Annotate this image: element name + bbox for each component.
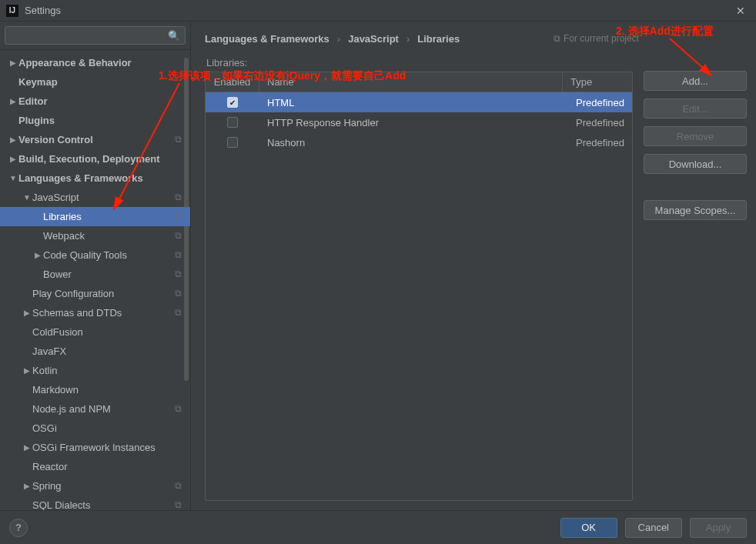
project-scope-icon: ⧉ bbox=[175, 249, 186, 260]
button-column: Add... Edit... Remove Download... Manage… bbox=[644, 54, 747, 501]
sidebar-item-label: Schemas and DTDs bbox=[32, 307, 176, 319]
table-body: HTMLPredefinedHTTP Response HandlerPrede… bbox=[206, 92, 632, 152]
sidebar-item-label: JavaFX bbox=[32, 345, 176, 357]
enabled-checkbox[interactable] bbox=[227, 117, 238, 128]
sidebar-item-label: Version Control bbox=[18, 134, 176, 145]
sidebar-item-kotlin[interactable]: ▶Kotlin⧉ bbox=[0, 361, 190, 380]
sidebar-item-label: SQL Dialects bbox=[32, 499, 176, 510]
sidebar-item-osgi[interactable]: OSGi⧉ bbox=[0, 419, 190, 438]
apply-button[interactable]: Apply bbox=[690, 518, 747, 538]
settings-tree[interactable]: ▶Appearance & Behavior⧉Keymap⧉▶Editor⧉Pl… bbox=[0, 50, 190, 510]
sidebar-item-label: ColdFusion bbox=[32, 326, 176, 338]
chevron-right-icon: ▶ bbox=[8, 135, 18, 144]
table-row[interactable]: NashornPredefined bbox=[206, 132, 632, 152]
manage-scopes-button[interactable]: Manage Scopes... bbox=[644, 200, 747, 220]
sidebar-item-label: Webpack bbox=[43, 230, 176, 242]
sidebar-item-label: Languages & Frameworks bbox=[18, 172, 176, 184]
search-input[interactable] bbox=[10, 30, 165, 42]
sidebar-item-label: Code Quality Tools bbox=[43, 249, 176, 261]
cell-name: Nashorn bbox=[259, 137, 563, 149]
sidebar-item-languages-frameworks[interactable]: ▼Languages & Frameworks⧉ bbox=[0, 169, 190, 188]
sidebar-item-label: Markdown bbox=[32, 384, 176, 395]
sidebar-item-label: Build, Execution, Deployment bbox=[18, 153, 176, 165]
sidebar-item-plugins[interactable]: Plugins⧉ bbox=[0, 111, 190, 130]
sidebar-item-libraries[interactable]: Libraries⧉ bbox=[0, 207, 190, 226]
cell-type: Predefined bbox=[563, 117, 632, 128]
sidebar-item-label: Spring bbox=[32, 480, 176, 492]
chevron-right-icon: › bbox=[337, 33, 340, 45]
breadcrumb-item[interactable]: Libraries bbox=[417, 33, 460, 45]
col-name[interactable]: Name bbox=[259, 72, 563, 92]
sidebar-item-spring[interactable]: ▶Spring⧉ bbox=[0, 476, 190, 496]
remove-button[interactable]: Remove bbox=[644, 126, 747, 146]
chevron-right-icon: ▶ bbox=[8, 97, 18, 105]
chevron-right-icon: ▶ bbox=[32, 251, 43, 259]
add-button[interactable]: Add... bbox=[644, 71, 747, 91]
sidebar-item-label: Bower bbox=[43, 269, 176, 280]
breadcrumb-item[interactable]: Languages & Frameworks bbox=[205, 33, 329, 45]
col-type[interactable]: Type bbox=[563, 72, 632, 92]
project-scope-icon: ⧉ bbox=[175, 307, 186, 318]
sidebar-item-javascript[interactable]: ▼JavaScript⧉ bbox=[0, 188, 190, 207]
search-wrap: 🔍 bbox=[0, 22, 190, 50]
content: 🔍 ▶Appearance & Behavior⧉Keymap⧉▶Editor⧉… bbox=[0, 22, 756, 510]
window-title: Settings bbox=[25, 5, 731, 16]
cell-enabled bbox=[206, 97, 259, 108]
sidebar-item-build-execution-deployment[interactable]: ▶Build, Execution, Deployment⧉ bbox=[0, 149, 190, 169]
body-row: Libraries: Enabled Name Type HTMLPredefi… bbox=[205, 54, 747, 501]
sidebar-item-version-control[interactable]: ▶Version Control⧉ bbox=[0, 130, 190, 149]
project-scope-icon: ⧉ bbox=[175, 403, 186, 414]
cell-enabled bbox=[206, 117, 259, 128]
sidebar-item-appearance-behavior[interactable]: ▶Appearance & Behavior⧉ bbox=[0, 53, 190, 72]
chevron-down-icon: ▼ bbox=[22, 193, 32, 202]
col-enabled[interactable]: Enabled bbox=[206, 72, 259, 92]
footer: ? OK Cancel Apply bbox=[0, 510, 756, 544]
sidebar-item-coldfusion[interactable]: ColdFusion⧉ bbox=[0, 322, 190, 342]
edit-button[interactable]: Edit... bbox=[644, 98, 747, 118]
sidebar-item-label: OSGi Framework Instances bbox=[32, 442, 176, 453]
sidebar-item-play-configuration[interactable]: Play Configuration⧉ bbox=[0, 284, 190, 303]
table-row[interactable]: HTMLPredefined bbox=[206, 92, 632, 112]
sidebar-item-label: Appearance & Behavior bbox=[18, 57, 176, 68]
project-scope-icon: ⧉ bbox=[175, 134, 186, 145]
sidebar-item-webpack[interactable]: Webpack⧉ bbox=[0, 226, 190, 245]
titlebar: IJ Settings ✕ bbox=[0, 0, 756, 22]
breadcrumb: Languages & Frameworks › JavaScript › Li… bbox=[205, 28, 747, 49]
sidebar-item-code-quality-tools[interactable]: ▶Code Quality Tools⧉ bbox=[0, 245, 190, 265]
sidebar-item-label: Libraries bbox=[43, 211, 176, 222]
sidebar-item-reactor[interactable]: Reactor⧉ bbox=[0, 457, 190, 476]
chevron-right-icon: ▶ bbox=[8, 58, 18, 67]
search-box[interactable]: 🔍 bbox=[5, 26, 186, 45]
sidebar-item-markdown[interactable]: Markdown⧉ bbox=[0, 380, 190, 399]
table-row[interactable]: HTTP Response HandlerPredefined bbox=[206, 112, 632, 132]
chevron-right-icon: ▶ bbox=[22, 443, 32, 452]
enabled-checkbox[interactable] bbox=[227, 137, 238, 148]
breadcrumb-item[interactable]: JavaScript bbox=[348, 33, 399, 45]
cell-enabled bbox=[206, 137, 259, 148]
download-button[interactable]: Download... bbox=[644, 154, 747, 174]
search-icon: 🔍 bbox=[168, 30, 180, 42]
sidebar-item-bower[interactable]: Bower⧉ bbox=[0, 265, 190, 284]
sidebar-item-sql-dialects[interactable]: SQL Dialects⧉ bbox=[0, 496, 190, 510]
project-scope-icon: ⧉ bbox=[175, 499, 186, 510]
sidebar-item-javafx[interactable]: JavaFX⧉ bbox=[0, 342, 190, 361]
sidebar-item-keymap[interactable]: Keymap⧉ bbox=[0, 72, 190, 92]
sidebar-item-node-js-and-npm[interactable]: Node.js and NPM⧉ bbox=[0, 399, 190, 419]
cell-type: Predefined bbox=[563, 97, 632, 108]
ok-button[interactable]: OK bbox=[560, 518, 617, 538]
close-icon[interactable]: ✕ bbox=[731, 5, 750, 17]
sidebar-item-schemas-and-dtds[interactable]: ▶Schemas and DTDs⧉ bbox=[0, 303, 190, 322]
sidebar-item-editor[interactable]: ▶Editor⧉ bbox=[0, 92, 190, 111]
chevron-down-icon: ▼ bbox=[8, 174, 18, 182]
chevron-right-icon: ▶ bbox=[8, 155, 18, 163]
enabled-checkbox[interactable] bbox=[227, 97, 238, 108]
cancel-button[interactable]: Cancel bbox=[625, 518, 682, 538]
project-scope-icon: ⧉ bbox=[175, 230, 186, 241]
sidebar-item-label: Keymap bbox=[18, 76, 176, 88]
app-icon: IJ bbox=[6, 5, 18, 17]
sidebar: 🔍 ▶Appearance & Behavior⧉Keymap⧉▶Editor⧉… bbox=[0, 22, 191, 510]
chevron-right-icon: ▶ bbox=[22, 482, 32, 490]
sidebar-item-label: Reactor bbox=[32, 461, 176, 472]
sidebar-item-osgi-framework-instances[interactable]: ▶OSGi Framework Instances⧉ bbox=[0, 438, 190, 457]
help-icon[interactable]: ? bbox=[9, 519, 28, 537]
